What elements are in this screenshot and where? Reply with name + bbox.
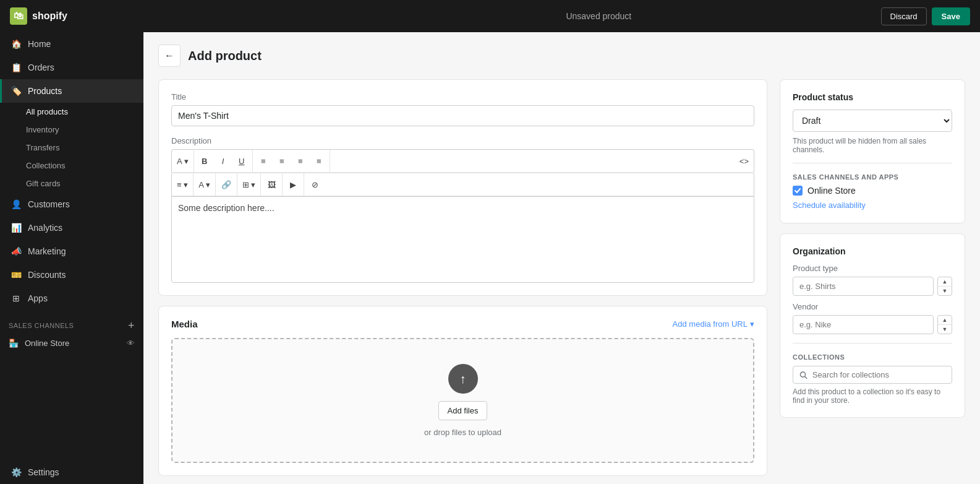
sidebar-item-customers[interactable]: 👤 Customers (0, 192, 143, 216)
product-status-select[interactable]: Draft Active (793, 110, 952, 132)
media-drop-zone[interactable]: ↑ Add files or drop files to upload (171, 338, 754, 463)
font-button[interactable]: A ▾ (173, 152, 192, 170)
editor-toolbar-row2: ≡ ▾ A ▾ 🔗 ⊞ ▾ � (171, 173, 754, 196)
sidebar-item-apps[interactable]: ⊞ Apps (0, 287, 143, 310)
product-type-stepper[interactable]: ▲ ▼ (937, 277, 952, 296)
sidebar-sublabel-all-products: All products (26, 107, 68, 116)
drop-hint-text: or drop files to upload (424, 428, 501, 437)
back-button[interactable]: ← (158, 45, 181, 67)
sidebar-item-discounts[interactable]: 🎫 Discounts (0, 263, 143, 287)
collections-section-label: COLLECTIONS (793, 353, 952, 361)
image-button[interactable]: 🖼 (262, 176, 281, 193)
sidebar-subitem-inventory[interactable]: Inventory (0, 121, 143, 139)
stepper-down[interactable]: ▼ (938, 287, 952, 295)
analytics-icon: 📊 (11, 222, 22, 233)
toolbar-group-align: ≡ ≡ ≡ ≡ (253, 150, 330, 172)
sidebar-item-orders[interactable]: 📋 Orders (0, 56, 143, 79)
align-left-button[interactable]: ≡ (254, 152, 273, 170)
toolbar-group-color: A ▾ (194, 173, 216, 196)
eye-icon: 👁 (127, 339, 135, 348)
sidebar-sublabel-transfers: Transfers (26, 143, 59, 152)
vendor-stepper-up[interactable]: ▲ (938, 316, 952, 325)
online-store-checkbox[interactable] (793, 186, 803, 196)
title-description-card: Title Description A ▾ (158, 79, 767, 296)
toolbar-group-table: ⊞ ▾ (237, 173, 262, 196)
vendor-label: Vendor (793, 302, 952, 311)
toolbar-group-format: B I U (194, 150, 253, 172)
code-button[interactable]: <> (736, 152, 752, 170)
left-column: Title Description A ▾ (158, 79, 767, 484)
sidebar-online-store[interactable]: 🏪 Online Store 👁 (0, 334, 143, 353)
organization-title: Organization (793, 246, 952, 256)
sidebar-label-products: Products (28, 86, 62, 96)
marketing-icon: 📣 (11, 246, 22, 257)
sidebar-sublabel-gift-cards: Gift cards (26, 179, 61, 188)
sidebar-subitem-gift-cards[interactable]: Gift cards (0, 175, 143, 192)
media-header: Media Add media from URL ▾ (171, 319, 754, 329)
product-type-row: ▲ ▼ (793, 277, 952, 296)
discard-button[interactable]: Discard (881, 7, 927, 25)
sidebar-subitem-transfers[interactable]: Transfers (0, 139, 143, 157)
sidebar-item-analytics[interactable]: 📊 Analytics (0, 216, 143, 240)
page-header: ← Add product (158, 45, 965, 67)
settings-icon: ⚙️ (11, 467, 22, 478)
sidebar-subitem-all-products[interactable]: All products (0, 103, 143, 121)
sidebar-item-settings[interactable]: ⚙️ Settings (0, 460, 143, 484)
discounts-icon: 🎫 (11, 269, 22, 280)
sidebar-item-marketing[interactable]: 📣 Marketing (0, 240, 143, 263)
align-right-button[interactable]: ≡ (291, 152, 310, 170)
home-icon: 🏠 (11, 38, 22, 50)
right-column: Product status Draft Active This product… (780, 79, 965, 428)
page-unsaved-title: Unsaved product (566, 11, 631, 21)
topnav-actions: Discard Save (881, 7, 970, 25)
video-button[interactable]: ▶ (284, 176, 302, 193)
add-sales-channel-button[interactable]: + (128, 320, 135, 331)
sales-channels-section: SALES CHANNELS + (0, 310, 143, 334)
vendor-input[interactable] (793, 315, 934, 334)
bold-button[interactable]: B (195, 152, 214, 170)
logo-text: shopify (32, 11, 67, 22)
product-type-input[interactable] (793, 277, 934, 296)
sidebar-label-home: Home (28, 39, 51, 49)
divider (793, 163, 952, 163)
color-button[interactable]: A ▾ (195, 176, 214, 193)
align-justify-button[interactable]: ≡ (310, 152, 328, 170)
media-card: Media Add media from URL ▾ ↑ Add files o… (158, 306, 767, 476)
sales-channels-label: SALES CHANNELS AND APPS (793, 173, 952, 181)
text-align-button[interactable]: ≡ ▾ (173, 176, 192, 193)
description-editor[interactable]: Some description here.... (171, 196, 754, 283)
online-store-label: Online Store (25, 339, 69, 348)
sidebar-item-products[interactable]: 🏷️ Products (0, 79, 143, 103)
shopify-bag-icon: 🛍 (10, 7, 27, 25)
upload-icon: ↑ (448, 364, 478, 394)
align-center-button[interactable]: ≡ (273, 152, 291, 170)
underline-button[interactable]: U (232, 152, 251, 170)
add-media-from-url-link[interactable]: Add media from URL ▾ (673, 319, 754, 329)
save-button[interactable]: Save (932, 7, 970, 25)
media-title: Media (171, 319, 198, 329)
clear-format-button[interactable]: ⊘ (305, 176, 324, 193)
check-icon (795, 188, 801, 193)
title-label: Title (171, 92, 754, 102)
title-input[interactable] (171, 105, 754, 126)
orders-icon: 📋 (11, 62, 22, 73)
vendor-stepper[interactable]: ▲ ▼ (937, 315, 952, 334)
italic-button[interactable]: I (214, 152, 232, 170)
product-status-card: Product status Draft Active This product… (780, 79, 965, 223)
collections-search[interactable] (793, 366, 952, 384)
add-files-button[interactable]: Add files (438, 401, 488, 420)
collections-search-input[interactable] (812, 370, 945, 379)
sidebar-item-home[interactable]: 🏠 Home (0, 32, 143, 56)
schedule-availability-link[interactable]: Schedule availability (793, 201, 866, 210)
table-button[interactable]: ⊞ ▾ (239, 176, 260, 193)
org-divider (793, 343, 952, 344)
products-icon: 🏷️ (11, 85, 22, 97)
link-button[interactable]: 🔗 (217, 176, 236, 193)
stepper-up[interactable]: ▲ (938, 277, 952, 287)
sidebar-subitem-collections[interactable]: Collections (0, 157, 143, 175)
vendor-stepper-down[interactable]: ▼ (938, 325, 952, 334)
add-media-label: Add media from URL (673, 319, 748, 329)
description-text: Some description here.... (178, 203, 275, 213)
online-store-checkbox-label: Online Store (807, 186, 856, 196)
logo: 🛍 shopify (10, 7, 67, 25)
